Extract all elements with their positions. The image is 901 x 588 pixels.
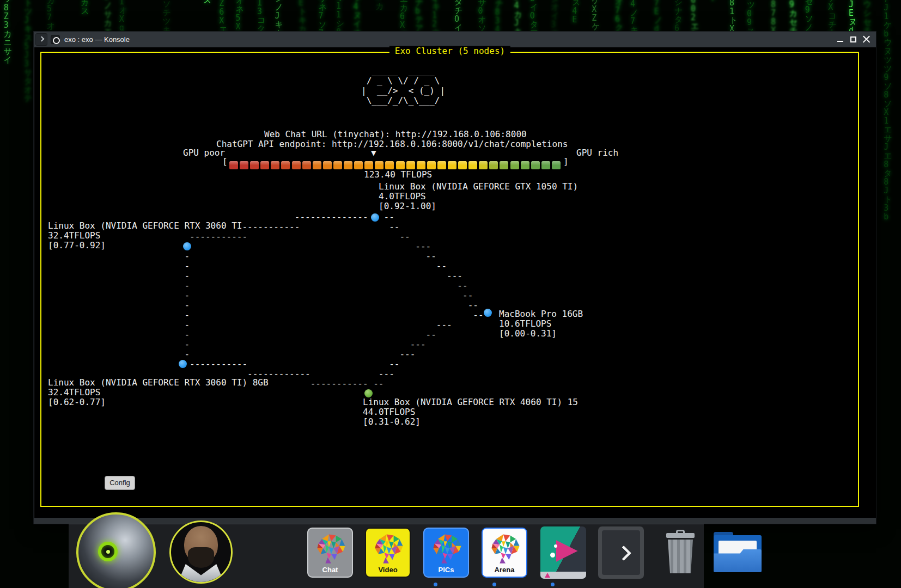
dock-item-media-app[interactable] (540, 526, 586, 579)
brain-icon (430, 531, 465, 566)
dock-item-label: Chat (322, 565, 338, 577)
maximize-button[interactable] (849, 35, 857, 44)
running-indicator-dot (492, 583, 496, 586)
robot-eye-icon (98, 542, 118, 561)
trash-lid-icon (666, 533, 695, 538)
running-indicator-dot (551, 583, 555, 586)
dock-item-chat[interactable]: Chat (307, 528, 353, 578)
dock-item-label: Video (378, 565, 397, 577)
window-bottom-frame (34, 518, 876, 524)
dock-item-trash[interactable] (664, 530, 697, 575)
dot-decoration (550, 553, 555, 558)
dock-item-file-manager[interactable] (714, 532, 762, 572)
dock-item-label: PICs (439, 565, 454, 577)
dock-item-video[interactable]: Video (365, 528, 411, 578)
konsole-window: exo : exo — Konsole (33, 31, 876, 524)
dock-item-robot-avatar[interactable] (76, 512, 156, 588)
terminal-icon (602, 530, 640, 575)
dock-item-label: Arena (495, 565, 515, 577)
brain-icon (372, 531, 406, 566)
trash-body-icon (667, 540, 694, 573)
dock-item-terminal[interactable] (598, 526, 644, 579)
config-button[interactable]: Config (105, 476, 135, 490)
konsole-app-icon (51, 35, 60, 44)
chevron-right-icon (39, 36, 45, 41)
terminal-viewport[interactable] (35, 47, 876, 519)
close-button[interactable] (862, 35, 870, 44)
terminal-tab-icon[interactable] (35, 33, 47, 46)
window-titlebar[interactable]: exo : exo — Konsole (34, 32, 876, 47)
dot-decoration (554, 544, 557, 548)
chevron-right-icon (616, 546, 631, 561)
dock-item-person-avatar[interactable] (169, 520, 233, 584)
dock-item-pics[interactable]: PICs (423, 528, 469, 578)
avatar-beard (188, 547, 214, 567)
dock-panel: Chat Video PICs Arena (69, 524, 704, 588)
window-title: exo : exo — Konsole (64, 35, 130, 44)
dock-item-arena[interactable]: Arena (482, 528, 527, 578)
brain-icon (314, 531, 349, 566)
magenta-triangle-icon (556, 540, 578, 562)
running-indicator-dot (434, 583, 437, 586)
brain-icon (488, 531, 523, 566)
minimize-button[interactable] (836, 35, 844, 44)
